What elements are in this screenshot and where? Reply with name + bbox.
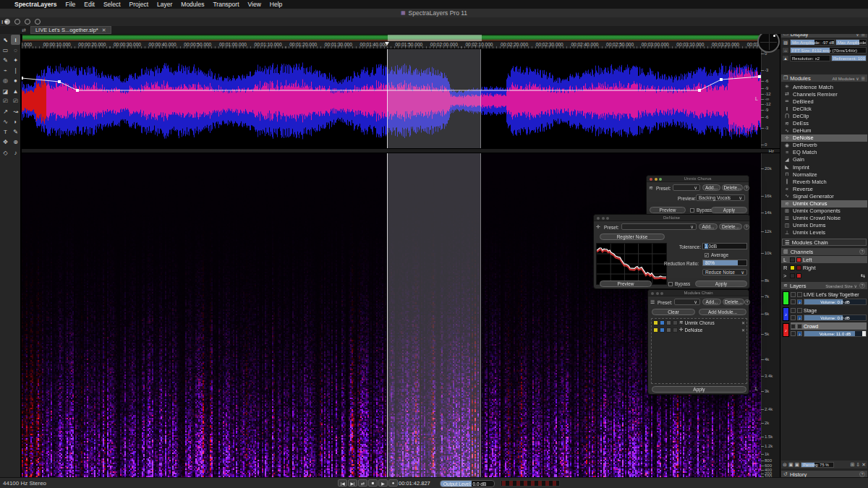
preset-select[interactable]: ∨ — [674, 299, 700, 305]
blob-tool[interactable]: ◗ — [11, 117, 20, 127]
denoise-title-bar[interactable]: DeNoise — [594, 215, 749, 221]
layer-audio-icon[interactable]: ♪ — [797, 299, 802, 304]
layer-mute-toggle[interactable] — [791, 292, 796, 297]
chain-enable-toggle[interactable] — [653, 328, 658, 333]
help-icon[interactable]: ? — [744, 224, 749, 230]
menu-select[interactable]: Select — [103, 1, 121, 8]
close-window-icon[interactable] — [597, 217, 600, 220]
chain-preview-toggle[interactable] — [660, 320, 665, 325]
layer-name-row[interactable]: Crowd — [791, 322, 867, 330]
loop-button[interactable]: ⇄ — [358, 479, 367, 487]
app-menu[interactable]: SpectraLayers — [14, 1, 57, 8]
module-item-imprint[interactable]: ◣Imprint — [781, 163, 867, 171]
layer-item-2[interactable]: ♪Stage♪Volume: 0.0 dB — [781, 307, 867, 322]
minimize-window-icon[interactable] — [656, 292, 659, 295]
module-item-reverb-match[interactable]: ∥Reverb Match — [781, 178, 867, 185]
chain-bypass-toggle[interactable] — [673, 328, 678, 333]
module-item-signal-generator[interactable]: ∿Signal Generator — [781, 192, 867, 200]
remove-module-icon[interactable]: ✕ — [741, 320, 745, 325]
modules-chain-title-bar[interactable]: Modules Chain — [648, 290, 749, 296]
module-item-declick[interactable]: ‖DeClick — [781, 105, 867, 112]
module-item-unmix-drums[interactable]: ◫Unmix Drums — [781, 222, 867, 229]
module-item-reverse[interactable]: «Reverse — [781, 185, 867, 192]
move-tool[interactable]: ✥ — [1, 137, 10, 147]
remove-module-icon[interactable]: ✕ — [741, 328, 745, 333]
unmix-chorus-title-bar[interactable]: Unmix Chorus — [647, 176, 749, 182]
chain-bypass-toggle[interactable] — [673, 320, 678, 325]
window-controls[interactable] — [650, 178, 662, 181]
channel-toggle-0[interactable] — [790, 257, 795, 262]
overview-bar[interactable] — [22, 34, 761, 42]
zoom-window-icon[interactable] — [659, 178, 662, 181]
menu-project[interactable]: Project — [129, 1, 148, 8]
tab-close-icon[interactable]: ✕ — [102, 27, 106, 33]
playback-tool[interactable]: ♪ — [11, 147, 20, 158]
module-item-declip[interactable]: ⋂DeClip — [781, 112, 867, 119]
modules-filter-select[interactable]: All Modules ∨ — [833, 76, 859, 81]
layers-panel-header[interactable]: ≋ Layers Standard Size ∨? — [781, 282, 867, 289]
chain-row-unmix-chorus[interactable]: ≋Unmix Chorus✕ — [652, 319, 746, 326]
chain-enable-toggle[interactable] — [653, 320, 658, 325]
register-noise-button[interactable]: Register Noise — [600, 234, 665, 240]
layer-item-3[interactable]: ♪Crowd♪Volume: 11.0 dB — [781, 322, 867, 338]
warp-tool[interactable]: ↝ — [11, 106, 20, 116]
help-icon[interactable]: ? — [859, 471, 865, 477]
window-title-bar[interactable]: ▦ SpectraLayers Pro 11 — [0, 9, 868, 17]
harmonics-selection-tool[interactable]: ◎ — [1, 76, 10, 86]
blend-mode-icon[interactable]: ⊜ — [783, 462, 787, 468]
menu-edit[interactable]: Edit — [84, 1, 95, 8]
text-tool[interactable]: T — [1, 127, 10, 137]
module-item-unmix-chorus[interactable]: ≋Unmix Chorus — [781, 200, 867, 207]
rectangle-selection-tool[interactable]: ▭ — [1, 45, 10, 55]
module-item-ambience-match[interactable]: ✳Ambience Match — [781, 83, 867, 90]
clear-button[interactable]: Clear — [652, 309, 695, 315]
transform-tool[interactable]: ↗ — [1, 106, 10, 116]
min-amplitude-slider[interactable]: Min Amplitude: -97 dB — [790, 39, 835, 46]
refinement-slider[interactable]: Refinement: 100 % — [831, 55, 867, 61]
edit-cursor-control[interactable]: I ▾ — [1, 18, 17, 25]
preview-source-select[interactable]: Backing Vocals∨ — [696, 194, 745, 201]
tolerance-input[interactable]: 3.0dB — [702, 243, 747, 249]
channel-toggle-0[interactable] — [790, 265, 795, 270]
layer-volume-slider[interactable]: Volume: 0.0 dB — [804, 314, 867, 321]
frequency-ruler[interactable]: 20k16k14k12k10k8k7k6k5k4k3.4k3k2.4k2k1.5… — [761, 153, 780, 477]
menu-view[interactable]: View — [248, 1, 261, 8]
layer-color-swatch[interactable] — [783, 291, 789, 305]
zoom-window-icon[interactable] — [660, 292, 663, 295]
volume-handle[interactable] — [862, 331, 866, 336]
lasso-selection-tool[interactable]: ◌ — [11, 45, 20, 55]
module-item-normalize[interactable]: ⊓Normalize — [781, 171, 867, 178]
minimize-window-icon[interactable] — [655, 178, 658, 181]
layer-name-row[interactable]: Stage — [791, 307, 867, 314]
time-selection-tool[interactable]: I — [11, 35, 20, 45]
channel-toggle-1[interactable] — [796, 257, 801, 262]
zoom-tool[interactable]: ⊕ — [11, 137, 20, 147]
layer-visibility-toggle[interactable] — [791, 315, 796, 320]
help-icon[interactable]: ? — [744, 185, 749, 191]
layer-audio-icon[interactable]: ♪ — [797, 315, 802, 320]
go-start-button[interactable]: |◀ — [338, 479, 347, 487]
merge-layers-button[interactable]: ⇩ — [856, 462, 860, 468]
channel-route-icon[interactable]: ⇆ — [861, 273, 865, 279]
unmix-chorus-dialog[interactable]: Unmix Chorus ≋ Preset: ∨ Add... Delete..… — [646, 175, 749, 216]
panning-slider[interactable]: Panning: 75 % — [801, 462, 834, 468]
pattern-stamp-tool[interactable]: ⎚ — [11, 96, 20, 106]
module-item-unmix-crowd-noise[interactable]: ☰Unmix Crowd Noise — [781, 215, 867, 222]
clone-stamp-tool[interactable]: ⎚ — [1, 96, 10, 106]
preset-select[interactable]: ∨ — [673, 184, 700, 191]
module-item-denoise[interactable]: ✛DeNoise — [781, 134, 867, 142]
modules-chain-item[interactable]: ☰ Modules Chain — [782, 239, 867, 246]
help-icon[interactable]: ? — [744, 299, 750, 305]
layer-color-swatch[interactable]: ♪ — [783, 323, 789, 337]
average-checkbox[interactable]: ✓Average — [705, 252, 728, 257]
layer-solo-toggle[interactable] — [797, 308, 802, 313]
menu-help[interactable]: Help — [270, 1, 282, 8]
reduction-ratio-slider[interactable]: 80% — [702, 260, 747, 266]
max-amplitude-slider[interactable]: Max Amplitude: -18 dB — [835, 39, 867, 46]
misc-tool[interactable]: ◇ — [1, 147, 10, 158]
toolbar-icon-3[interactable] — [35, 19, 41, 25]
time-selection-region[interactable] — [387, 49, 481, 477]
bypass-checkbox[interactable]: Bypass — [668, 281, 690, 286]
panel-menu-icon[interactable]: ☰ — [861, 76, 865, 81]
channel-toggle-1[interactable] — [796, 273, 801, 278]
